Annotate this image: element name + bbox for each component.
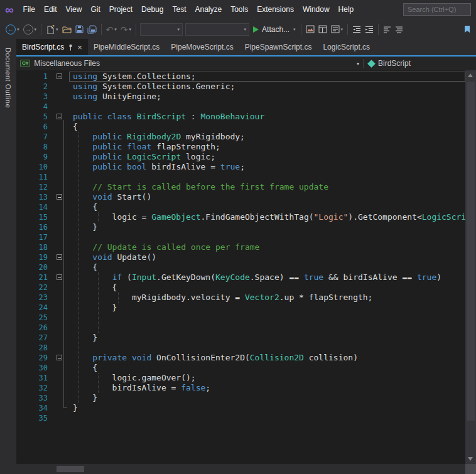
code-text[interactable]: { — [69, 122, 465, 132]
solution-explorer-button[interactable] — [316, 24, 329, 35]
redo-button[interactable]: ↷ ▾ — [119, 24, 133, 35]
pin-icon[interactable] — [68, 44, 73, 51]
collapse-region-icon[interactable] — [57, 194, 62, 200]
code-line[interactable]: 23 myRigidbody.velocity = Vector2.up * f… — [16, 293, 465, 303]
undo-button[interactable]: ↶ ▾ — [104, 24, 119, 35]
code-text[interactable]: public bool birdIsAlive = true; — [69, 162, 465, 172]
code-text[interactable]: if (Input.GetKeyDown(KeyCode.Space) == t… — [69, 272, 465, 283]
code-text[interactable]: public LogicScript logic; — [69, 152, 465, 162]
collapse-region-icon[interactable] — [57, 254, 62, 260]
code-line[interactable]: 33 } — [16, 393, 465, 403]
code-line[interactable]: 1using System.Collections; — [16, 72, 465, 82]
properties-window-button[interactable]: ▾ — [329, 24, 345, 35]
platform-dropdown[interactable]: ▾ — [185, 23, 249, 36]
code-line[interactable]: 17 — [16, 232, 465, 242]
code-text[interactable]: using UnityEngine; — [69, 92, 465, 102]
menu-item-help[interactable]: Help — [334, 3, 359, 16]
code-text[interactable]: { — [69, 262, 465, 272]
code-line[interactable]: 25 — [16, 313, 465, 323]
code-text[interactable]: myRigidbody.velocity = Vector2.up * flap… — [69, 293, 465, 303]
code-text[interactable] — [69, 323, 465, 333]
menu-item-file[interactable]: File — [19, 3, 40, 16]
code-line[interactable]: 24 } — [16, 303, 465, 313]
menu-item-test[interactable]: Test — [168, 3, 190, 16]
navigate-back-button[interactable]: ← ▾ — [4, 23, 21, 36]
code-line[interactable]: 22 { — [16, 283, 465, 293]
code-line[interactable]: 2using System.Collections.Generic; — [16, 82, 465, 92]
comment-selection-button[interactable] — [381, 24, 393, 35]
tab-logicscript[interactable]: LogicScript.cs — [317, 39, 376, 55]
collapse-region-icon[interactable] — [57, 355, 62, 360]
fold-margin[interactable] — [51, 272, 69, 283]
menu-item-edit[interactable]: Edit — [40, 3, 62, 16]
menu-item-debug[interactable]: Debug — [137, 3, 168, 16]
menu-item-analyze[interactable]: Analyze — [190, 3, 226, 16]
menu-item-view[interactable]: View — [62, 3, 87, 16]
fold-margin[interactable] — [51, 252, 69, 262]
code-text[interactable]: { — [69, 363, 465, 373]
code-line[interactable]: 15 logic = GameObject.FindGameObjectWith… — [16, 212, 465, 222]
code-text[interactable]: } — [69, 222, 465, 232]
code-text[interactable] — [69, 343, 465, 353]
find-in-files-button[interactable] — [304, 24, 316, 35]
code-line[interactable]: 5public class BirdScript : MonoBehaviour — [16, 112, 465, 122]
tab-pipemiddlescript[interactable]: PipeMiddleScript.cs — [88, 39, 165, 55]
code-line[interactable]: 35 — [16, 413, 465, 423]
menu-item-tools[interactable]: Tools — [226, 3, 252, 16]
save-all-button[interactable] — [85, 24, 99, 35]
horizontal-scrollbar-thumb[interactable] — [57, 466, 84, 472]
code-line[interactable]: 8 public float flapStrength; — [16, 142, 465, 152]
code-text[interactable]: // Start is called before the first fram… — [69, 182, 465, 192]
code-text[interactable]: public float flapStrength; — [69, 142, 465, 152]
collapse-region-icon[interactable] — [57, 73, 62, 79]
code-text[interactable]: logic.gameOver(); — [69, 373, 465, 383]
code-line[interactable]: 11 — [16, 172, 465, 182]
code-line[interactable]: 4 — [16, 102, 465, 112]
code-line[interactable]: 28 — [16, 343, 465, 353]
menu-item-extensions[interactable]: Extensions — [252, 3, 298, 16]
menu-item-git[interactable]: Git — [86, 3, 104, 16]
uncomment-selection-button[interactable] — [393, 24, 405, 35]
attach-to-unity-button[interactable]: Attach... ▾ — [251, 24, 298, 35]
code-line[interactable]: 26 — [16, 323, 465, 333]
code-line[interactable]: 21 if (Input.GetKeyDown(KeyCode.Space) =… — [16, 272, 465, 283]
close-icon[interactable]: × — [77, 43, 82, 51]
code-text[interactable]: } — [69, 403, 465, 413]
configuration-dropdown[interactable]: ▾ — [140, 23, 183, 36]
menu-item-project[interactable]: Project — [105, 3, 137, 16]
code-line[interactable]: 16 } — [16, 222, 465, 232]
navigate-forward-button[interactable]: → ▾ — [21, 23, 39, 36]
collapse-region-icon[interactable] — [57, 274, 62, 280]
code-line[interactable]: 30 { — [16, 363, 465, 373]
tab-pipemovescript[interactable]: PipeMoveScript.cs — [165, 39, 239, 55]
scroll-up-icon[interactable] — [468, 73, 473, 77]
tab-pipespawnscript[interactable]: PipeSpawnScript.cs — [239, 39, 318, 55]
save-button[interactable] — [73, 24, 85, 35]
code-text[interactable]: using System.Collections; — [69, 72, 465, 82]
collapse-region-icon[interactable] — [57, 114, 62, 119]
code-line[interactable]: 6{ — [16, 122, 465, 132]
code-line[interactable]: 27 } — [16, 333, 465, 343]
code-line[interactable]: 12 // Start is called before the first f… — [16, 182, 465, 192]
code-line[interactable]: 14 { — [16, 202, 465, 212]
tab-birdscript[interactable]: BirdScript.cs × — [16, 39, 88, 55]
code-text[interactable]: birdIsAlive = false; — [69, 383, 465, 393]
fold-margin[interactable] — [51, 112, 69, 122]
fold-margin[interactable] — [51, 72, 69, 82]
vertical-scrollbar[interactable] — [465, 70, 476, 464]
code-text[interactable] — [69, 232, 465, 242]
type-member-dropdown[interactable]: BirdScript — [364, 57, 416, 70]
code-text[interactable]: } — [69, 393, 465, 403]
code-text[interactable] — [69, 413, 465, 423]
code-line[interactable]: 34} — [16, 403, 465, 413]
scroll-down-icon[interactable] — [468, 457, 473, 461]
code-line[interactable]: 9 public LogicScript logic; — [16, 152, 465, 162]
document-outline-tab[interactable]: Document Outline — [4, 39, 12, 474]
bookmark-button[interactable] — [462, 24, 472, 35]
code-line[interactable]: 3using UnityEngine; — [16, 92, 465, 102]
code-line[interactable]: 13 void Start() — [16, 192, 465, 202]
code-line[interactable]: 7 public Rigidbody2D myRigidbody; — [16, 132, 465, 142]
code-text[interactable]: public class BirdScript : MonoBehaviour — [69, 112, 465, 122]
code-text[interactable]: void Update() — [69, 252, 465, 262]
new-file-button[interactable]: ▾ — [44, 24, 60, 35]
